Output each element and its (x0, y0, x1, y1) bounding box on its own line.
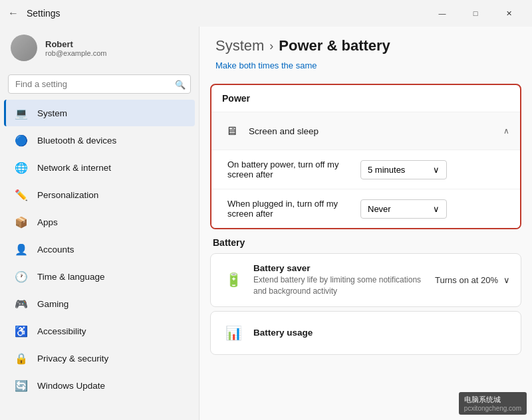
search-icon: 🔍 (175, 79, 186, 89)
battery-section: Battery 🔋 Battery saver Extend battery l… (210, 237, 521, 355)
battery-saver-desc: Extend battery life by limiting some not… (253, 274, 435, 297)
sidebar-item-bluetooth[interactable]: 🔵 Bluetooth & devices (4, 127, 195, 154)
content-area: System › Power & battery Make both times… (200, 27, 532, 420)
breadcrumb-parent: System (215, 37, 264, 54)
network-icon: 🌐 (15, 161, 28, 174)
sidebar-item-gaming[interactable]: 🎮 Gaming (4, 290, 195, 317)
make-same-link-container: Make both times the same (200, 60, 532, 78)
watermark: 电脑系统城 pcxitongcheng.com (459, 392, 527, 415)
battery-saver-value: Turns on at 20% (435, 275, 498, 285)
sidebar-label-bluetooth: Bluetooth & devices (37, 136, 116, 146)
sidebar-label-accessibility: Accessibility (37, 326, 86, 336)
search-input[interactable] (8, 74, 191, 94)
plugged-screen-chevron-icon: ∨ (433, 204, 440, 214)
plugged-screen-dropdown[interactable]: Never ∨ (360, 199, 447, 219)
battery-screen-value: 5 minutes (368, 165, 405, 175)
sidebar-nav: 💻 System 🔵 Bluetooth & devices 🌐 Network… (0, 99, 199, 399)
sidebar-item-personalization[interactable]: ✏️ Personalization (4, 181, 195, 208)
accounts-icon: 👤 (15, 243, 28, 256)
sidebar-item-time[interactable]: 🕐 Time & language (4, 263, 195, 290)
system-icon: 💻 (15, 106, 28, 120)
sidebar-label-personalization: Personalization (37, 190, 98, 200)
battery-section-title: Battery (210, 237, 521, 248)
screen-sleep-chevron: ∧ (503, 126, 509, 136)
sidebar-item-privacy[interactable]: 🔒 Privacy & security (4, 345, 195, 371)
battery-saver-right: Turns on at 20% ∨ (435, 275, 510, 285)
privacy-icon: 🔒 (15, 352, 28, 365)
apps-icon: 📦 (15, 215, 28, 229)
user-profile[interactable]: Robert rob@example.com (0, 27, 199, 69)
sidebar: Robert rob@example.com 🔍 💻 System 🔵 Blue… (0, 27, 200, 420)
battery-usage-title: Battery usage (253, 328, 510, 338)
user-name: Robert (45, 39, 106, 49)
sidebar-label-time: Time & language (37, 272, 105, 282)
user-email: rob@example.com (45, 49, 106, 57)
battery-saver-chevron-icon: ∨ (503, 275, 510, 285)
sidebar-label-privacy: Privacy & security (37, 354, 108, 364)
battery-screen-row: On battery power, turn off my screen aft… (211, 150, 520, 189)
time-icon: 🕐 (15, 270, 28, 283)
main-layout: Robert rob@example.com 🔍 💻 System 🔵 Blue… (0, 27, 532, 420)
personalization-icon: ✏️ (15, 188, 28, 201)
avatar (11, 35, 37, 61)
sidebar-label-apps: Apps (37, 217, 58, 227)
screen-sleep-label: Screen and sleep (249, 126, 503, 136)
back-button[interactable]: ← (8, 7, 19, 19)
battery-screen-label: On battery power, turn off my screen aft… (227, 159, 360, 179)
breadcrumb-arrow: › (269, 39, 273, 53)
accessibility-icon: ♿ (15, 324, 28, 338)
battery-saver-row[interactable]: 🔋 Battery saver Extend battery life by l… (211, 254, 521, 306)
make-same-link[interactable]: Make both times the same (215, 60, 317, 70)
sidebar-item-windows-update[interactable]: 🔄 Windows Update (4, 372, 195, 399)
minimize-button[interactable]: — (427, 3, 458, 24)
title-bar-title: Settings (27, 8, 61, 19)
sidebar-label-windows-update: Windows Update (37, 381, 105, 391)
sidebar-item-network[interactable]: 🌐 Network & internet (4, 154, 195, 181)
watermark-line1: 电脑系统城 (464, 395, 521, 405)
battery-saver-title: Battery saver (253, 263, 435, 273)
battery-usage-icon: 📊 (221, 321, 245, 345)
power-section-header: Power (211, 85, 520, 112)
bluetooth-icon: 🔵 (15, 134, 28, 147)
close-button[interactable]: ✕ (493, 3, 524, 24)
power-section-card: Power 🖥 Screen and sleep ∧ On battery po… (210, 84, 521, 229)
gaming-icon: 🎮 (15, 297, 28, 310)
plugged-screen-row: When plugged in, turn off my screen afte… (211, 189, 520, 228)
sidebar-label-gaming: Gaming (37, 299, 68, 309)
sidebar-item-accounts[interactable]: 👤 Accounts (4, 236, 195, 262)
screen-sleep-row[interactable]: 🖥 Screen and sleep ∧ (211, 112, 520, 150)
watermark-line2: pcxitongcheng.com (464, 405, 521, 412)
battery-saver-icon: 🔋 (221, 268, 245, 292)
breadcrumb-current: Power & battery (279, 37, 390, 54)
search-box: 🔍 (8, 74, 191, 94)
sidebar-item-apps[interactable]: 📦 Apps (4, 209, 195, 235)
plugged-screen-label: When plugged in, turn off my screen afte… (227, 199, 360, 219)
sidebar-label-network: Network & internet (37, 163, 111, 173)
battery-usage-card: 📊 Battery usage (210, 311, 521, 355)
plugged-screen-value: Never (368, 204, 391, 214)
windows-update-icon: 🔄 (15, 379, 28, 392)
sidebar-label-system: System (37, 108, 67, 118)
battery-screen-chevron-icon: ∨ (433, 165, 440, 175)
sidebar-item-system[interactable]: 💻 System (4, 100, 195, 126)
title-bar: ← Settings — □ ✕ (0, 0, 532, 27)
battery-saver-card: 🔋 Battery saver Extend battery life by l… (210, 253, 521, 307)
sidebar-label-accounts: Accounts (37, 245, 74, 255)
maximize-button[interactable]: □ (460, 3, 491, 24)
screen-sleep-icon: 🖥 (222, 122, 241, 140)
breadcrumb: System › Power & battery (200, 27, 532, 60)
battery-usage-row[interactable]: 📊 Battery usage (211, 312, 521, 354)
battery-screen-dropdown[interactable]: 5 minutes ∨ (360, 160, 447, 179)
sidebar-item-accessibility[interactable]: ♿ Accessibility (4, 318, 195, 344)
